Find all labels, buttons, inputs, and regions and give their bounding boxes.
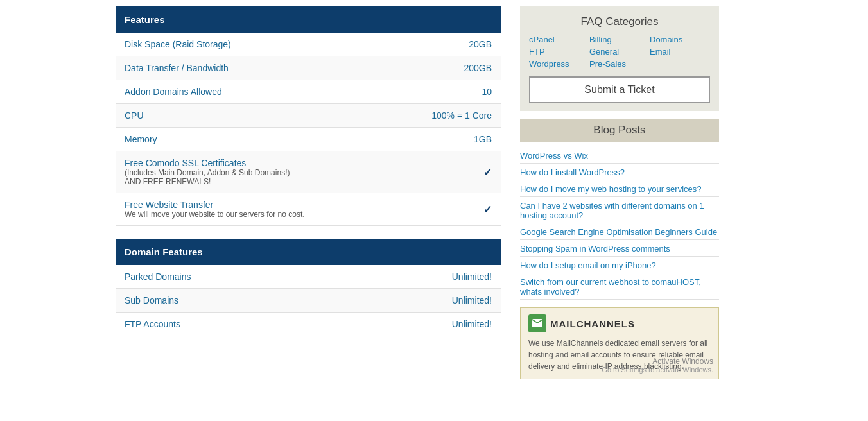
blog-post-link[interactable]: How do I setup email on my iPhone? [520,258,719,273]
table-row: Parked DomainsUnlimited! [116,265,501,289]
domain-features-header: Domain Features [116,239,501,265]
faq-category-link[interactable]: Domains [650,35,710,44]
blog-section: Blog Posts WordPress vs WixHow do I inst… [520,119,719,300]
faq-category-link[interactable]: FTP [529,47,589,56]
blog-post-link[interactable]: How do I move my web hosting to your ser… [520,182,719,197]
blog-post-link[interactable]: Can I have 2 websites with different dom… [520,198,719,223]
table-row: Free Comodo SSL Certificates(Includes Ma… [116,151,501,193]
features-header: Features [116,6,501,33]
domain-feature-value: Unlimited! [344,265,501,289]
table-row: Disk Space (Raid Storage)20GB [116,33,501,56]
mailchannels-icon [528,314,546,332]
mailchannels-section: MAILCHANNELS We use MailChannels dedicat… [520,307,719,379]
table-row: Free Website TransferWe will move your w… [116,193,501,226]
table-row: Data Transfer / Bandwidth200GB [116,56,501,80]
domain-features-table: Domain Features Parked DomainsUnlimited!… [116,239,501,336]
faq-category-link[interactable]: Pre-Sales [589,59,650,69]
feature-value: ✓ [392,193,501,226]
feature-label: Addon Domains Allowed [116,80,392,104]
mailchannels-logo: MAILCHANNELS [528,314,711,332]
activate-windows-notice: Activate Windows Go to Settings to activ… [602,357,713,374]
faq-section: FAQ Categories cPanelBillingDomainsFTPGe… [520,6,719,111]
blog-post-link[interactable]: Google Search Engine Optimisation Beginn… [520,225,719,240]
domain-feature-value: Unlimited! [344,289,501,313]
table-row: CPU100% = 1 Core [116,104,501,128]
faq-category-link[interactable]: Email [650,47,710,56]
domain-feature-label: Parked Domains [116,265,344,289]
submit-ticket-button[interactable]: Submit a Ticket [529,76,710,103]
blog-post-link[interactable]: WordPress vs Wix [520,148,719,164]
faq-category-link[interactable]: Billing [589,35,650,44]
blog-post-link[interactable]: How do I install WordPress? [520,165,719,180]
feature-label: Data Transfer / Bandwidth [116,56,392,80]
faq-title: FAQ Categories [520,12,719,35]
feature-value: 100% = 1 Core [392,104,501,128]
faq-category-link[interactable]: Wordpress [529,59,589,69]
faq-categories: cPanelBillingDomainsFTPGeneralEmailWordp… [520,35,719,69]
blog-post-link[interactable]: Stopping Spam in WordPress comments [520,241,719,257]
faq-category-link[interactable]: cPanel [529,35,589,44]
domain-feature-label: Sub Domains [116,289,344,313]
table-row: FTP AccountsUnlimited! [116,313,501,336]
blog-post-link[interactable]: Switch from our current webhost to comau… [520,275,719,300]
feature-label: Free Website TransferWe will move your w… [116,193,392,226]
feature-value: 10 [392,80,501,104]
blog-title: Blog Posts [520,119,719,142]
table-row: Memory1GB [116,128,501,151]
blog-posts-list: WordPress vs WixHow do I install WordPre… [520,148,719,300]
feature-value: 1GB [392,128,501,151]
envelope-icon [532,318,543,329]
table-row: Addon Domains Allowed10 [116,80,501,104]
faq-category-link[interactable]: General [589,47,650,56]
mailchannels-brand: MAILCHANNELS [550,318,635,329]
feature-label: Memory [116,128,392,151]
feature-label: CPU [116,104,392,128]
domain-feature-label: FTP Accounts [116,313,344,336]
feature-value: 200GB [392,56,501,80]
table-row: Sub DomainsUnlimited! [116,289,501,313]
domain-feature-value: Unlimited! [344,313,501,336]
feature-label: Disk Space (Raid Storage) [116,33,392,56]
feature-label: Free Comodo SSL Certificates(Includes Ma… [116,151,392,193]
feature-value: 20GB [392,33,501,56]
features-table: Features Disk Space (Raid Storage)20GBDa… [116,6,501,226]
feature-value: ✓ [392,151,501,193]
